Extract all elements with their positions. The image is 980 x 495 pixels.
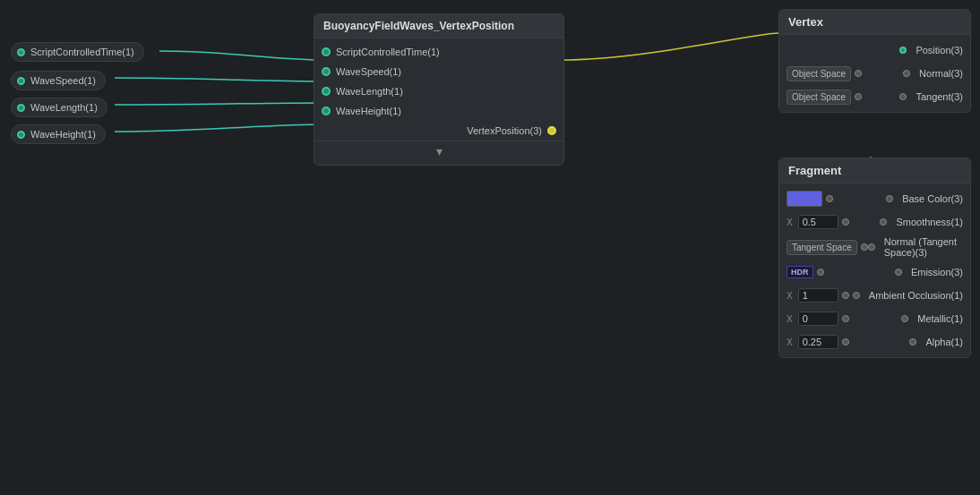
basecolor-label: Base Color(3) [902, 193, 963, 204]
right-panel: Vertex Position(3) Object Space [778, 9, 971, 363]
shader-graph-canvas: ScriptControlledTime(1) WaveSpeed(1) Wav… [0, 0, 980, 495]
smoothness-label: Smoothness(1) [896, 217, 963, 227]
smoothness-prefix: X [787, 218, 793, 227]
fragment-panel: Fragment Base Color(3) X [778, 158, 971, 358]
vertex-row-normal: Object Space Normal(3) [779, 62, 970, 85]
hdr-badge: HDR [787, 266, 813, 278]
tangent-obj-space-btn[interactable]: Object Space [787, 90, 851, 105]
port-row-wh: WaveHeight(1) [314, 101, 563, 121]
label-ws: WaveSpeed(1) [30, 75, 96, 86]
port-wh [17, 131, 25, 139]
port-out-vp [547, 126, 556, 135]
alpha-prefix: X [787, 337, 793, 347]
expand-button[interactable]: ▾ [314, 141, 563, 161]
ao-out-port [853, 292, 860, 299]
metallic-prefix: X [787, 314, 793, 324]
port-label-wl: WaveLength(1) [336, 86, 403, 97]
vertex-panel-title: Vertex [779, 10, 970, 35]
normaltangent-label: Normal (Tangent Space)(3) [884, 236, 963, 258]
port-ws [17, 77, 25, 85]
tangent-in-port [855, 93, 862, 100]
port-row-sci: ScriptControlledTime(1) [314, 42, 563, 62]
normal-in-port [855, 70, 862, 77]
smoothness-input[interactable] [798, 215, 838, 229]
ao-label: Ambient Occlusion(1) [869, 290, 963, 301]
position-label: Position(3) [916, 45, 963, 55]
fragment-row-ao: X Ambient Occlusion(1) [779, 284, 970, 307]
alpha-label: Alpha(1) [925, 337, 963, 347]
smoothness-in-port [842, 218, 849, 226]
port-wl [17, 104, 25, 112]
input-pill-sci: ScriptControlledTime(1) [11, 42, 144, 62]
port-in-wh [322, 107, 331, 115]
label-wh: WaveHeight(1) [30, 129, 96, 140]
vertex-panel: Vertex Position(3) Object Space [778, 9, 971, 113]
port-sci [17, 48, 25, 56]
tangent-out-port [899, 93, 907, 100]
emission-in-port [817, 269, 824, 276]
input-pill-wh: WaveHeight(1) [11, 124, 106, 144]
input-pill-ws: WaveSpeed(1) [11, 71, 106, 90]
port-label-ws: WaveSpeed(1) [336, 66, 401, 77]
fragment-row-normal-tangent: Tangent Space Normal (Tangent Space)(3) [779, 234, 970, 260]
basecolor-out-port [886, 195, 893, 202]
normal-out-port [903, 70, 910, 77]
fragment-row-basecolor: Base Color(3) [779, 187, 970, 210]
port-label-wh: WaveHeight(1) [336, 106, 401, 116]
fragment-row-smoothness: X Smoothness(1) [779, 210, 970, 234]
alpha-in-port [842, 338, 849, 346]
metallic-input[interactable] [798, 312, 838, 326]
metallic-out-port [901, 315, 908, 322]
port-in-ws [322, 67, 331, 76]
port-row-wl: WaveLength(1) [314, 81, 563, 101]
normaltangent-out-port [868, 243, 875, 251]
base-color-swatch[interactable] [787, 191, 822, 207]
center-node-title: BuoyancyFieldWaves_VertexPosition [314, 14, 563, 38]
emission-label: Emission(3) [911, 267, 963, 277]
port-in-wl [322, 87, 331, 96]
center-node: BuoyancyFieldWaves_VertexPosition Script… [314, 13, 564, 166]
emission-out-port [895, 269, 902, 276]
normal-obj-space-btn[interactable]: Object Space [787, 66, 851, 81]
normal-label: Normal(3) [919, 68, 963, 79]
vertex-row-position: Position(3) [779, 38, 970, 62]
port-row-vp: VertexPosition(3) [314, 121, 563, 141]
ao-prefix: X [787, 291, 793, 301]
alpha-out-port [909, 338, 916, 346]
label-wl: WaveLength(1) [30, 102, 98, 113]
port-label-vp: VertexPosition(3) [467, 125, 542, 136]
ao-input[interactable] [798, 288, 838, 303]
smoothness-out-port [880, 218, 887, 226]
fragment-row-metallic: X Metallic(1) [779, 307, 970, 330]
metallic-in-port [842, 315, 849, 322]
label-sci: ScriptControlledTime(1) [30, 47, 134, 57]
vertex-row-tangent: Object Space Tangent(3) [779, 85, 970, 108]
fragment-panel-title: Fragment [779, 158, 970, 183]
position-out-port [899, 47, 907, 54]
port-row-ws: WaveSpeed(1) [314, 62, 563, 81]
alpha-input[interactable] [798, 335, 838, 349]
port-label-sci: ScriptControlledTime(1) [336, 47, 440, 57]
port-in-sci [322, 47, 331, 56]
fragment-row-emission: HDR Emission(3) [779, 260, 970, 284]
tangent-space-btn[interactable]: Tangent Space [787, 240, 857, 255]
basecolor-in-port [826, 195, 833, 202]
fragment-row-alpha: X Alpha(1) [779, 330, 970, 354]
metallic-label: Metallic(1) [917, 313, 963, 324]
normaltangent-in-port [861, 243, 868, 251]
center-node-body: ScriptControlledTime(1) WaveSpeed(1) Wav… [314, 38, 563, 165]
ao-in-port [842, 292, 849, 299]
input-pill-wl: WaveLength(1) [11, 98, 107, 117]
tangent-label: Tangent(3) [916, 91, 963, 102]
